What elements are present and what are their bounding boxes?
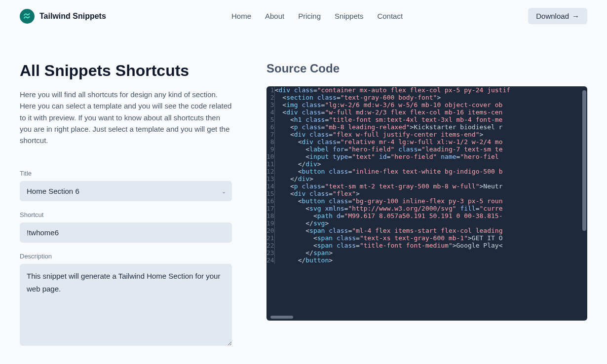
shortcut-label: Shortcut	[20, 211, 232, 218]
code-line: 19 </svg>	[266, 219, 510, 227]
code-line: 9 <label for="hero-field" class="leading…	[266, 146, 510, 153]
code-line: 21 <span class="text-xs text-gray-600 mb…	[266, 234, 510, 242]
nav-link-about[interactable]: About	[265, 12, 284, 20]
code-line: 12 <button class="inline-flex text-white…	[266, 168, 510, 175]
description-textarea[interactable]	[20, 264, 232, 346]
code-line: 23 </span>	[266, 249, 510, 256]
code-line: 6 <p class="mb-8 leading-relaxed">Kickst…	[266, 123, 510, 131]
shortcut-input[interactable]	[20, 222, 232, 243]
code-line: 2 <section class="text-gray-600 body-fon…	[266, 94, 510, 101]
nav-link-contact[interactable]: Contact	[377, 12, 403, 20]
code-table: 1<div class="container mx-auto flex flex…	[266, 86, 510, 264]
brand-logo-icon	[20, 9, 35, 24]
brand-name: Tailwind Snippets	[39, 12, 106, 21]
code-line: 22 <span class="title-font font-medium">…	[266, 242, 510, 249]
nav-link-pricing[interactable]: Pricing	[298, 12, 321, 20]
code-line: 13 </div>	[266, 175, 510, 182]
code-line: 3 <img class="lg:w-2/6 md:w-3/6 w-5/6 mb…	[266, 101, 510, 109]
description-label: Description	[20, 253, 232, 260]
nav-link-snippets[interactable]: Snippets	[335, 12, 363, 20]
nav-link-home[interactable]: Home	[231, 12, 251, 20]
brand[interactable]: Tailwind Snippets	[20, 9, 106, 24]
arrow-right-icon: →	[572, 12, 579, 20]
code-line: 16 <button class="bg-gray-100 inline-fle…	[266, 197, 510, 205]
code-line: 8 <div class="relative mr-4 lg:w-full xl…	[266, 138, 510, 146]
code-line: 14 <p class="text-sm mt-2 text-gray-500 …	[266, 182, 510, 190]
code-line: 7 <div class="flex w-full justify-center…	[266, 131, 510, 138]
download-label: Download	[536, 12, 569, 20]
title-label: Title	[20, 170, 232, 177]
code-line: 17 <svg xmlns="http://www.w3.org/2000/sv…	[266, 205, 510, 212]
code-line: 11 </div>	[266, 160, 510, 168]
vertical-scrollbar[interactable]	[582, 90, 586, 231]
code-line: 18 <path d="M99.617 8.057a50.191 50.191 …	[266, 212, 510, 219]
code-viewer: 1<div class="container mx-auto flex flex…	[266, 86, 587, 321]
page-description: Here you will find all shortcuts for des…	[20, 89, 232, 146]
code-line: 5 <h1 class="title-font sm:text-4xl text…	[266, 116, 510, 123]
download-button[interactable]: Download →	[528, 8, 587, 24]
code-line: 4 <div class="w-full md:w-2/3 flex flex-…	[266, 109, 510, 116]
code-line: 1<div class="container mx-auto flex flex…	[266, 86, 510, 94]
navbar: Tailwind Snippets HomeAboutPricingSnippe…	[0, 0, 607, 32]
code-scroll[interactable]: 1<div class="container mx-auto flex flex…	[266, 86, 587, 321]
code-line: 15 <div class="flex">	[266, 190, 510, 197]
page-title: All Snippets Shortcuts	[20, 62, 232, 80]
code-line: 20 <span class="ml-4 flex items-start fl…	[266, 227, 510, 234]
source-code-title: Source Code	[266, 62, 587, 75]
nav-links: HomeAboutPricingSnippetsContact	[231, 12, 403, 20]
code-line: 24 </button>	[266, 256, 510, 264]
title-select[interactable]: Home Section 6	[20, 181, 232, 201]
horizontal-scrollbar[interactable]	[270, 316, 293, 319]
code-line: 10 <input type="text" id="hero-field" na…	[266, 153, 510, 160]
